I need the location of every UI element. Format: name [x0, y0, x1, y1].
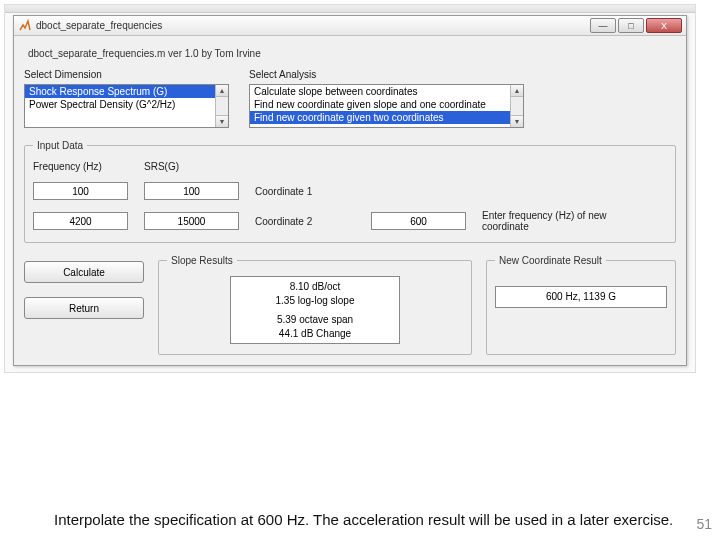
slope-line: 8.10 dB/oct	[237, 280, 393, 294]
page-number: 51	[696, 516, 712, 532]
new-coordinate-output: 600 Hz, 1139 G	[495, 286, 667, 308]
slope-results-output: 8.10 dB/oct 1.35 log-log slope 5.39 octa…	[230, 276, 400, 344]
maximize-button[interactable]: □	[618, 18, 644, 33]
input-data-group: Input Data Frequency (Hz) SRS(G) Coordin…	[24, 140, 676, 243]
new-frequency-input[interactable]	[371, 212, 466, 230]
slope-line: 1.35 log-log slope	[237, 294, 393, 308]
select-analysis-label: Select Analysis	[249, 69, 524, 80]
coord1-frequency-input[interactable]	[33, 182, 128, 200]
list-item[interactable]: Find new coordinate given two coordinate…	[250, 111, 523, 124]
app-window: dboct_separate_frequencies — □ X dboct_s…	[13, 15, 687, 366]
matlab-icon	[18, 19, 32, 33]
minimize-button[interactable]: —	[590, 18, 616, 33]
new-frequency-label: Enter frequency (Hz) of new coordinate	[482, 210, 642, 232]
scroll-up-icon[interactable]: ▲	[216, 85, 228, 97]
window-title: dboct_separate_frequencies	[36, 20, 586, 31]
coord1-srs-input[interactable]	[144, 182, 239, 200]
program-title: dboct_separate_frequencies.m ver 1.0 by …	[28, 48, 676, 59]
slope-results-legend: Slope Results	[167, 255, 237, 266]
list-item[interactable]: Shock Response Spectrum (G)	[25, 85, 228, 98]
new-coordinate-result-group: New Coordinate Result 600 Hz, 1139 G	[486, 255, 676, 355]
coord2-frequency-input[interactable]	[33, 212, 128, 230]
slide-caption: Interpolate the specification at 600 Hz.…	[54, 511, 680, 528]
dimension-listbox[interactable]: Shock Response Spectrum (G) Power Spectr…	[24, 84, 229, 128]
slope-results-group: Slope Results 8.10 dB/oct 1.35 log-log s…	[158, 255, 472, 355]
frequency-header: Frequency (Hz)	[33, 161, 128, 172]
scroll-down-icon[interactable]: ▼	[216, 115, 228, 127]
list-item[interactable]: Power Spectral Density (G^2/Hz)	[25, 98, 228, 111]
analysis-listbox[interactable]: Calculate slope between coordinates Find…	[249, 84, 524, 128]
list-item[interactable]: Find new coordinate given slope and one …	[250, 98, 523, 111]
return-button[interactable]: Return	[24, 297, 144, 319]
titlebar: dboct_separate_frequencies — □ X	[14, 16, 686, 36]
coordinate2-label: Coordinate 2	[255, 216, 355, 227]
scrollbar[interactable]: ▲ ▼	[510, 85, 523, 127]
select-dimension-label: Select Dimension	[24, 69, 229, 80]
close-button[interactable]: X	[646, 18, 682, 33]
input-data-legend: Input Data	[33, 140, 87, 151]
coord2-srs-input[interactable]	[144, 212, 239, 230]
srs-header: SRS(G)	[144, 161, 239, 172]
calculate-button[interactable]: Calculate	[24, 261, 144, 283]
slope-line: 5.39 octave span	[237, 313, 393, 327]
coordinate1-label: Coordinate 1	[255, 186, 355, 197]
list-item[interactable]: Calculate slope between coordinates	[250, 85, 523, 98]
new-coordinate-result-legend: New Coordinate Result	[495, 255, 606, 266]
scrollbar[interactable]: ▲ ▼	[215, 85, 228, 127]
scroll-down-icon[interactable]: ▼	[511, 115, 523, 127]
slope-line: 44.1 dB Change	[237, 327, 393, 341]
scroll-up-icon[interactable]: ▲	[511, 85, 523, 97]
